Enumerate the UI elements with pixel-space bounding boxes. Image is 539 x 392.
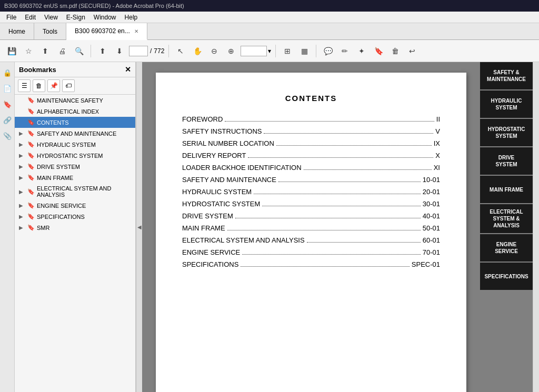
right-tab-drive-system[interactable]: DRIVE SYSTEM — [480, 147, 533, 175]
toc-entry-0[interactable]: FOREWORD II — [182, 115, 440, 123]
toc-entry-1[interactable]: SAFETY INSTRUCTIONS V — [182, 127, 440, 135]
toc-entry-5[interactable]: SAFETY AND MAINTENANCE 10-01 — [182, 176, 440, 184]
toc-entry-7[interactable]: HYDROSTATIC SYSTEM 30-01 — [182, 200, 440, 208]
prev-page-button[interactable]: ⬆ — [95, 44, 110, 58]
new-bookmark-button[interactable]: 📌 — [47, 79, 60, 92]
separator-3 — [275, 45, 276, 57]
tab-home[interactable]: Home — [0, 23, 34, 39]
tag-bookmark-button[interactable]: 🏷 — [62, 79, 75, 92]
bookmark-list: 🔖 MAINTENANCE SAFETY 🔖 ALPHABETICAL INDE… — [15, 95, 135, 392]
menu-edit[interactable]: Edit — [21, 13, 40, 22]
menu-help[interactable]: Help — [121, 13, 142, 22]
expand-icon: ▶ — [19, 130, 25, 136]
right-tab-safety-maintenance[interactable]: SAFETY & MAINTENANCE — [480, 62, 533, 89]
zoom-mag-button[interactable]: 🔍 — [72, 44, 86, 58]
toc-entry-10[interactable]: ELECTRICAL SYSTEM AND ANALYSIS 60-01 — [182, 236, 440, 244]
page-navigation: 7 / 772 — [129, 46, 164, 56]
right-tab-hydrostatic-system[interactable]: HYDROSTATIC SYSTEM — [480, 119, 533, 146]
bookmark-maintenance-safety[interactable]: 🔖 MAINTENANCE SAFETY — [15, 95, 135, 106]
close-sidebar-icon[interactable]: ✕ — [125, 65, 131, 74]
title-bar: B300 6903702 enUS sm.pdf (SECURED) - Ado… — [0, 0, 539, 12]
right-tab-main-frame[interactable]: MAIN FRAME — [480, 176, 533, 203]
right-section-tabs: SAFETY & MAINTENANCE HYDRAULIC SYSTEM HY… — [480, 62, 533, 392]
right-tab-electrical-system[interactable]: ELECTRICAL SYSTEM & ANALYSIS — [480, 204, 533, 233]
stamp-button[interactable]: 🔖 — [371, 44, 386, 58]
total-pages: 772 — [154, 47, 164, 55]
toc-entry-3[interactable]: DELIVERY REPORT X — [182, 152, 440, 159]
toc-entry-6[interactable]: HYDRAULIC SYSTEM 20-01 — [182, 188, 440, 196]
toc-entry-4[interactable]: LOADER BACKHOE IDENTIFICATION XI — [182, 164, 440, 172]
bookmark-button[interactable]: ☆ — [21, 44, 36, 58]
menu-window[interactable]: Window — [89, 13, 121, 22]
right-tab-engine-service[interactable]: ENGINE SERVICE — [480, 234, 533, 262]
toc-entry-9[interactable]: MAIN FRAME 50-01 — [182, 224, 440, 232]
expand-icon: ▶ — [19, 189, 25, 195]
close-tab-icon[interactable]: ✕ — [134, 28, 138, 34]
upload-button[interactable]: ⬆ — [38, 44, 53, 58]
two-page-button[interactable]: ▦ — [297, 44, 312, 58]
bookmark-smr[interactable]: ▶ 🔖 SMR — [15, 222, 135, 233]
pages-icon[interactable]: 📄 — [1, 82, 14, 95]
tab-bar: Home Tools B300 6903702 en... ✕ — [0, 23, 539, 40]
bookmark-engine-service[interactable]: ▶ 🔖 ENGINE SERVICE — [15, 200, 135, 211]
bookmark-safety-maintenance[interactable]: ▶ 🔖 SAFETY AND MAINTENANCE — [15, 128, 135, 139]
toc-entry-2[interactable]: SERIAL NUMBER LOCATION IX — [182, 139, 440, 147]
undo-button[interactable]: ↩ — [405, 44, 420, 58]
toc-entry-8[interactable]: DRIVE SYSTEM 40-01 — [182, 212, 440, 220]
right-tab-hydraulic-system[interactable]: HYDRAULIC SYSTEM — [480, 91, 533, 118]
zoom-dropdown-icon[interactable]: ▾ — [268, 47, 271, 55]
delete-bookmark-button[interactable]: 🗑 — [33, 79, 45, 92]
vertical-scrollbar[interactable] — [533, 62, 539, 392]
toolbar: 💾 ☆ ⬆ 🖨 🔍 ⬆ ⬇ 7 / 772 ↖ ✋ ⊖ ⊕ 95.2% ▾ ⊞ … — [0, 40, 539, 62]
zoom-input[interactable]: 95.2% — [241, 46, 267, 56]
separator-2 — [168, 45, 169, 57]
menu-bar: File Edit View E-Sign Window Help — [0, 12, 539, 23]
bookmark-main-frame[interactable]: ▶ 🔖 MAIN FRAME — [15, 172, 135, 183]
bookmark-specifications[interactable]: ▶ 🔖 SPECIFICATIONS — [15, 211, 135, 222]
fit-page-button[interactable]: ⊞ — [280, 44, 295, 58]
expand-icon: ▶ — [19, 203, 25, 208]
hand-tool-button[interactable]: ✋ — [190, 44, 205, 58]
bookmarks-icon[interactable]: 🔖 — [1, 98, 14, 110]
sidebar-collapse-handle[interactable]: ◀ — [136, 62, 142, 392]
menu-file[interactable]: File — [2, 13, 21, 22]
page-separator: / — [150, 47, 152, 55]
page-number-input[interactable]: 7 — [129, 46, 148, 56]
bookmark-drive-system[interactable]: ▶ 🔖 DRIVE SYSTEM — [15, 161, 135, 172]
pdf-page: CONTENTS FOREWORD II SAFETY INSTRUCTIONS… — [156, 73, 466, 392]
bookmark-hydrostatic-system[interactable]: ▶ 🔖 HYDROSTATIC SYSTEM — [15, 150, 135, 161]
bookmark-electrical-system[interactable]: ▶ 🔖 ELECTRICAL SYSTEM AND ANALYSIS — [15, 183, 135, 200]
lock-icon[interactable]: 🔒 — [1, 66, 14, 79]
zoom-out-button[interactable]: ⊖ — [207, 44, 222, 58]
highlight-button[interactable]: ✦ — [354, 44, 369, 58]
next-page-button[interactable]: ⬇ — [112, 44, 127, 58]
pencil-button[interactable]: ✏ — [337, 44, 352, 58]
bookmarks-panel: Bookmarks ✕ ☰ 🗑 📌 🏷 🔖 MAINTENANCE SAFETY… — [15, 62, 136, 392]
comment-button[interactable]: 💬 — [321, 44, 335, 58]
tab-document[interactable]: B300 6903702 en... ✕ — [66, 23, 147, 40]
save-button[interactable]: 💾 — [4, 44, 19, 58]
menu-view[interactable]: View — [40, 13, 62, 22]
pdf-content-area[interactable]: CONTENTS FOREWORD II SAFETY INSTRUCTIONS… — [142, 62, 480, 392]
expand-icon: ▶ — [19, 164, 25, 169]
sidebar-toolbar: ☰ 🗑 📌 🏷 — [15, 77, 135, 95]
separator-1 — [91, 45, 91, 57]
bookmark-hydraulic-system[interactable]: ▶ 🔖 HYDRAULIC SYSTEM — [15, 139, 135, 150]
toc-entry-12[interactable]: SPECIFICATIONS SPEC-01 — [182, 260, 440, 268]
print-button[interactable]: 🖨 — [55, 44, 69, 58]
bookmark-contents[interactable]: 🔖 CONTENTS — [15, 117, 135, 128]
links-icon[interactable]: 🔗 — [1, 114, 14, 126]
tab-tools[interactable]: Tools — [34, 23, 66, 39]
attachment-icon[interactable]: 📎 — [1, 129, 14, 142]
toc-entry-11[interactable]: ENGINE SERVICE 70-01 — [182, 248, 440, 256]
zoom-in-button[interactable]: ⊕ — [224, 44, 238, 58]
main-area: 🔒 📄 🔖 🔗 📎 Bookmarks ✕ ☰ 🗑 📌 🏷 🔖 MAINTENA… — [0, 62, 539, 392]
cursor-tool-button[interactable]: ↖ — [173, 44, 188, 58]
sidebar-header: Bookmarks ✕ — [15, 62, 135, 77]
sidebar-options-button[interactable]: ☰ — [18, 79, 31, 92]
right-tab-specifications[interactable]: SPECIFICATIONS — [480, 263, 533, 290]
bookmark-alphabetical-index[interactable]: 🔖 ALPHABETICAL INDEX — [15, 106, 135, 117]
delete-button[interactable]: 🗑 — [388, 44, 403, 58]
menu-esign[interactable]: E-Sign — [62, 13, 89, 22]
expand-icon: ▶ — [19, 142, 25, 147]
